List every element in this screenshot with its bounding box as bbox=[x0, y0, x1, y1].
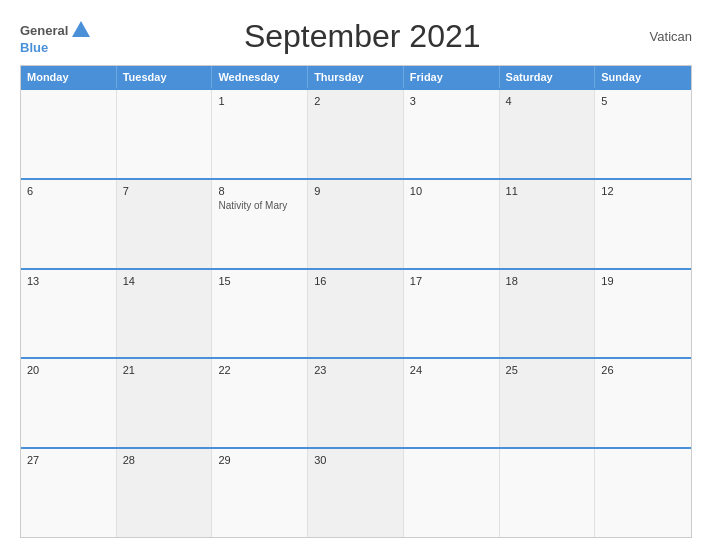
cell-date: 28 bbox=[123, 454, 206, 466]
day-tuesday: Tuesday bbox=[117, 66, 213, 88]
cell-w5-d4: 30 bbox=[308, 449, 404, 537]
cell-w1-d3: 1 bbox=[212, 90, 308, 178]
cell-w5-d3: 29 bbox=[212, 449, 308, 537]
cell-date: 24 bbox=[410, 364, 493, 376]
cell-date: 19 bbox=[601, 275, 685, 287]
cell-w2-d7: 12 bbox=[595, 180, 691, 268]
cell-w2-d5: 10 bbox=[404, 180, 500, 268]
day-saturday: Saturday bbox=[500, 66, 596, 88]
cell-w1-d7: 5 bbox=[595, 90, 691, 178]
cell-date: 15 bbox=[218, 275, 301, 287]
cell-w3-d1: 13 bbox=[21, 270, 117, 358]
cell-w1-d4: 2 bbox=[308, 90, 404, 178]
cell-date: 21 bbox=[123, 364, 206, 376]
cell-w1-d2 bbox=[117, 90, 213, 178]
cell-w4-d2: 21 bbox=[117, 359, 213, 447]
cell-w5-d7 bbox=[595, 449, 691, 537]
week-row-4: 20212223242526 bbox=[21, 357, 691, 447]
cell-date: 9 bbox=[314, 185, 397, 197]
cell-w2-d6: 11 bbox=[500, 180, 596, 268]
cell-w4-d1: 20 bbox=[21, 359, 117, 447]
cell-w1-d1 bbox=[21, 90, 117, 178]
cell-date: 29 bbox=[218, 454, 301, 466]
cell-date: 11 bbox=[506, 185, 589, 197]
cell-date: 26 bbox=[601, 364, 685, 376]
cell-w1-d6: 4 bbox=[500, 90, 596, 178]
cell-w4-d6: 25 bbox=[500, 359, 596, 447]
page: General Blue September 2021 Vatican Mond… bbox=[0, 0, 712, 550]
cell-w4-d4: 23 bbox=[308, 359, 404, 447]
cell-date: 10 bbox=[410, 185, 493, 197]
cell-w2-d3: 8Nativity of Mary bbox=[212, 180, 308, 268]
cell-w4-d5: 24 bbox=[404, 359, 500, 447]
logo-blue: Blue bbox=[20, 41, 48, 54]
cell-w3-d5: 17 bbox=[404, 270, 500, 358]
cell-w4-d3: 22 bbox=[212, 359, 308, 447]
cell-w2-d4: 9 bbox=[308, 180, 404, 268]
cell-date: 3 bbox=[410, 95, 493, 107]
svg-marker-0 bbox=[72, 21, 90, 37]
days-header: Monday Tuesday Wednesday Thursday Friday… bbox=[21, 66, 691, 88]
day-thursday: Thursday bbox=[308, 66, 404, 88]
cell-date: 13 bbox=[27, 275, 110, 287]
day-sunday: Sunday bbox=[595, 66, 691, 88]
cell-date: 8 bbox=[218, 185, 301, 197]
header: General Blue September 2021 Vatican bbox=[20, 18, 692, 55]
cell-w3-d4: 16 bbox=[308, 270, 404, 358]
calendar-title: September 2021 bbox=[92, 18, 632, 55]
cell-date: 1 bbox=[218, 95, 301, 107]
cell-date: 18 bbox=[506, 275, 589, 287]
cell-w2-d1: 6 bbox=[21, 180, 117, 268]
cell-event: Nativity of Mary bbox=[218, 200, 301, 211]
cell-w3-d3: 15 bbox=[212, 270, 308, 358]
cell-date: 30 bbox=[314, 454, 397, 466]
cell-w5-d5 bbox=[404, 449, 500, 537]
cell-w5-d2: 28 bbox=[117, 449, 213, 537]
cell-w4-d7: 26 bbox=[595, 359, 691, 447]
cell-date: 4 bbox=[506, 95, 589, 107]
cell-w3-d6: 18 bbox=[500, 270, 596, 358]
cell-date: 27 bbox=[27, 454, 110, 466]
weeks: 12345678Nativity of Mary9101112131415161… bbox=[21, 88, 691, 537]
cell-date: 14 bbox=[123, 275, 206, 287]
cell-date: 16 bbox=[314, 275, 397, 287]
logo-general: General bbox=[20, 24, 68, 37]
day-wednesday: Wednesday bbox=[212, 66, 308, 88]
cell-date: 2 bbox=[314, 95, 397, 107]
week-row-5: 27282930 bbox=[21, 447, 691, 537]
cell-date: 17 bbox=[410, 275, 493, 287]
logo-icon bbox=[70, 19, 92, 41]
cell-w5-d6 bbox=[500, 449, 596, 537]
week-row-2: 678Nativity of Mary9101112 bbox=[21, 178, 691, 268]
cell-date: 23 bbox=[314, 364, 397, 376]
cell-w2-d2: 7 bbox=[117, 180, 213, 268]
cell-date: 7 bbox=[123, 185, 206, 197]
cell-date: 25 bbox=[506, 364, 589, 376]
cell-date: 5 bbox=[601, 95, 685, 107]
cell-date: 6 bbox=[27, 185, 110, 197]
cell-w5-d1: 27 bbox=[21, 449, 117, 537]
day-monday: Monday bbox=[21, 66, 117, 88]
cell-date: 22 bbox=[218, 364, 301, 376]
cell-w1-d5: 3 bbox=[404, 90, 500, 178]
calendar: Monday Tuesday Wednesday Thursday Friday… bbox=[20, 65, 692, 538]
cell-date: 12 bbox=[601, 185, 685, 197]
week-row-1: 12345 bbox=[21, 88, 691, 178]
week-row-3: 13141516171819 bbox=[21, 268, 691, 358]
logo: General Blue bbox=[20, 19, 92, 54]
country-label: Vatican bbox=[632, 29, 692, 44]
cell-date: 20 bbox=[27, 364, 110, 376]
cell-w3-d2: 14 bbox=[117, 270, 213, 358]
day-friday: Friday bbox=[404, 66, 500, 88]
cell-w3-d7: 19 bbox=[595, 270, 691, 358]
